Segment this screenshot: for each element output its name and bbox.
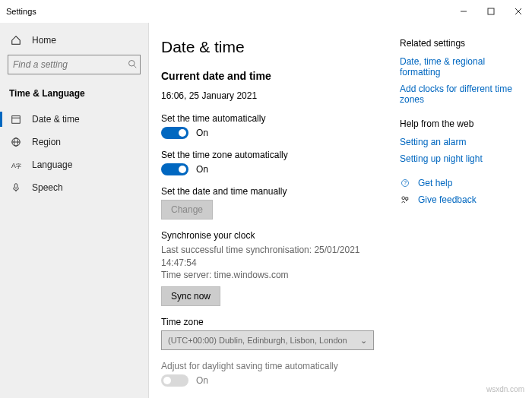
dst-state: On bbox=[196, 375, 208, 386]
microphone-icon bbox=[9, 182, 23, 193]
link-setting-alarm[interactable]: Setting an alarm bbox=[400, 137, 520, 147]
tz-label: Time zone bbox=[161, 317, 391, 327]
home-icon bbox=[9, 35, 23, 46]
related-settings-title: Related settings bbox=[400, 38, 520, 49]
auto-tz-label: Set the time zone automatically bbox=[161, 150, 391, 160]
link-night-light[interactable]: Setting up night light bbox=[400, 153, 520, 164]
close-button[interactable] bbox=[505, 0, 532, 23]
sidebar-item-date-time[interactable]: Date & time bbox=[0, 108, 148, 131]
auto-tz-state: On bbox=[196, 164, 208, 175]
dst-toggle bbox=[161, 374, 188, 387]
sidebar-item-speech[interactable]: Speech bbox=[0, 176, 148, 199]
sync-heading: Synchronise your clock bbox=[161, 230, 391, 241]
current-dt-value: 16:06, 25 January 2021 bbox=[161, 90, 391, 103]
search-icon bbox=[128, 59, 137, 71]
link-add-clocks[interactable]: Add clocks for different time zones bbox=[400, 84, 520, 105]
feedback-icon bbox=[400, 195, 410, 204]
chevron-down-icon: ⌄ bbox=[360, 336, 367, 346]
give-feedback-link[interactable]: Give feedback bbox=[400, 194, 520, 205]
sync-last: Last successful time synchronisation: 25… bbox=[161, 244, 391, 270]
get-help-label: Get help bbox=[418, 178, 452, 188]
sidebar-home[interactable]: Home bbox=[0, 29, 148, 52]
calendar-icon bbox=[9, 114, 23, 125]
auto-tz-toggle[interactable] bbox=[161, 163, 188, 175]
sidebar: Home Time & Language Date & time Region … bbox=[0, 23, 149, 398]
window-title: Settings bbox=[6, 7, 450, 16]
get-help-link[interactable]: ? Get help bbox=[400, 178, 520, 188]
page-title: Date & time bbox=[161, 38, 391, 56]
link-regional-formatting[interactable]: Date, time & regional formatting bbox=[400, 56, 520, 77]
auto-time-toggle[interactable] bbox=[161, 127, 188, 139]
manual-dt-label: Set the date and time manually bbox=[161, 186, 391, 197]
globe-icon bbox=[9, 137, 23, 147]
auto-time-state: On bbox=[196, 128, 208, 138]
give-feedback-label: Give feedback bbox=[418, 194, 477, 205]
sync-now-button[interactable]: Sync now bbox=[161, 286, 220, 306]
svg-line-5 bbox=[134, 65, 136, 68]
svg-text:A: A bbox=[11, 162, 16, 169]
help-icon: ? bbox=[400, 178, 410, 188]
auto-time-label: Set the time automatically bbox=[161, 113, 391, 124]
svg-rect-13 bbox=[14, 184, 17, 188]
change-button: Change bbox=[161, 200, 213, 220]
sidebar-item-language[interactable]: A字 Language bbox=[0, 153, 148, 176]
search-input[interactable] bbox=[8, 55, 141, 74]
sidebar-home-label: Home bbox=[32, 35, 56, 46]
search-field[interactable] bbox=[13, 59, 128, 70]
language-icon: A字 bbox=[9, 160, 23, 170]
svg-rect-6 bbox=[12, 116, 21, 124]
tz-select: (UTC+00:00) Dublin, Edinburgh, Lisbon, L… bbox=[161, 330, 374, 350]
svg-rect-1 bbox=[488, 8, 494, 14]
sync-server: Time server: time.windows.com bbox=[161, 269, 391, 282]
sidebar-item-label: Region bbox=[32, 137, 61, 147]
sidebar-item-label: Language bbox=[32, 160, 72, 170]
sidebar-section-title: Time & Language bbox=[0, 84, 148, 108]
sidebar-item-region[interactable]: Region bbox=[0, 131, 148, 153]
dst-label: Adjust for daylight saving time automati… bbox=[161, 361, 391, 371]
tz-value: (UTC+00:00) Dublin, Edinburgh, Lisbon, L… bbox=[168, 336, 347, 345]
watermark: wsxdn.com bbox=[486, 385, 524, 393]
help-from-web-title: Help from the web bbox=[400, 118, 520, 129]
maximize-button[interactable] bbox=[477, 0, 505, 23]
svg-point-4 bbox=[129, 60, 135, 66]
svg-text:?: ? bbox=[404, 180, 407, 185]
sidebar-item-label: Date & time bbox=[32, 114, 80, 125]
svg-point-17 bbox=[402, 197, 405, 200]
sidebar-item-label: Speech bbox=[32, 182, 63, 193]
minimize-button[interactable] bbox=[450, 0, 477, 23]
current-dt-heading: Current date and time bbox=[161, 70, 391, 82]
svg-text:字: 字 bbox=[16, 163, 21, 169]
